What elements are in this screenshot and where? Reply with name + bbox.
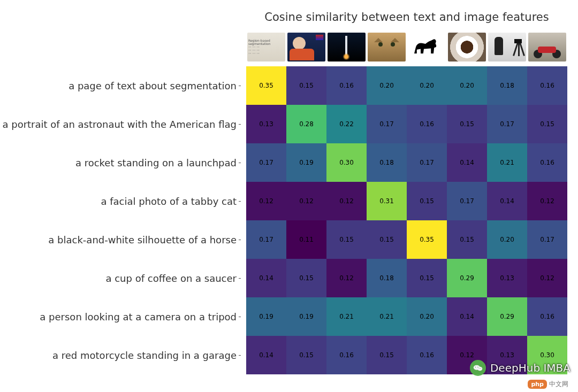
heatmap-cell: 0.19	[246, 297, 286, 336]
heatmap-cell: 0.13	[487, 259, 527, 297]
heatmap-cell: 0.29	[447, 259, 487, 297]
heatmap-cell: 0.15	[407, 259, 447, 297]
heatmap-cell: 0.22	[326, 105, 367, 143]
x-image-astronaut	[286, 32, 326, 62]
heatmap-cell: 0.15	[286, 336, 326, 374]
heatmap-cell: 0.12	[527, 259, 567, 297]
heatmap-cell: 0.35	[246, 66, 286, 105]
wechat-icon	[470, 360, 486, 376]
heatmap-cell: 0.14	[487, 182, 527, 220]
y-tick-label: a portrait of an astronaut with the Amer…	[2, 119, 237, 130]
heatmap-cell: 0.15	[367, 220, 407, 259]
svg-point-3	[477, 367, 478, 368]
x-image-coffee	[447, 32, 487, 62]
heatmap-cell: 0.16	[527, 66, 567, 105]
heatmap-cell: 0.16	[407, 336, 447, 374]
heatmap-cell: 0.20	[367, 66, 407, 105]
heatmap-cell: 0.20	[487, 220, 527, 259]
y-tick-label: a black-and-white silhouette of a horse	[48, 234, 237, 245]
heatmap-cell: 0.14	[246, 336, 286, 374]
heatmap-cell: 0.14	[447, 297, 487, 336]
heatmap-cell: 0.12	[527, 182, 567, 220]
heatmap-cell: 0.15	[367, 336, 407, 374]
heatmap-cell: 0.20	[447, 66, 487, 105]
heatmap-cell: 0.14	[447, 143, 487, 182]
x-image-rocket	[326, 32, 367, 62]
heatmap-cell: 0.11	[286, 220, 326, 259]
x-image-text-page: Region-based segmentation··· ··· ······ …	[246, 32, 286, 62]
svg-point-4	[479, 368, 480, 368]
heatmap-cell: 0.17	[527, 220, 567, 259]
horse-silhouette-icon	[411, 36, 443, 58]
y-tick-label: a cup of coffee on a saucer	[105, 273, 237, 284]
x-image-cat	[367, 32, 407, 62]
heatmap-cell: 0.21	[367, 297, 407, 336]
heatmap-cell: 0.12	[326, 259, 367, 297]
heatmap-cell: 0.19	[286, 143, 326, 182]
svg-point-5	[481, 368, 481, 368]
php-pill: php	[528, 380, 547, 389]
heatmap-cell: 0.21	[487, 143, 527, 182]
heatmap-cell: 0.15	[447, 220, 487, 259]
heatmap-cell: 0.15	[407, 182, 447, 220]
chart-title: Cosine similarity between text and image…	[246, 11, 567, 24]
heatmap-grid: 0.350.150.160.200.200.200.180.160.130.28…	[246, 66, 567, 374]
heatmap-cell: 0.30	[326, 143, 367, 182]
heatmap-cell: 0.12	[326, 182, 367, 220]
heatmap-cell: 0.16	[326, 336, 367, 374]
heatmap-cell: 0.15	[326, 220, 367, 259]
x-image-person-camera	[487, 32, 527, 62]
heatmap-cell: 0.17	[407, 143, 447, 182]
heatmap-cell: 0.28	[286, 105, 326, 143]
heatmap-cell: 0.17	[246, 220, 286, 259]
x-axis-images: Region-based segmentation··· ··· ······ …	[246, 32, 567, 64]
heatmap-cell: 0.21	[326, 297, 367, 336]
watermark-wechat: DeepHub IMBA	[470, 360, 571, 376]
heatmap-cell: 0.31	[367, 182, 407, 220]
heatmap-cell: 0.19	[286, 297, 326, 336]
heatmap-cell: 0.16	[527, 297, 567, 336]
y-tick-label: a page of text about segmentation	[69, 80, 237, 91]
heatmap-cell: 0.12	[286, 182, 326, 220]
heatmap-cell: 0.35	[407, 220, 447, 259]
heatmap-cell: 0.15	[447, 105, 487, 143]
heatmap-cell: 0.12	[246, 182, 286, 220]
x-image-motorcycle	[527, 32, 567, 62]
heatmap-cell: 0.17	[447, 182, 487, 220]
heatmap-cell: 0.17	[246, 143, 286, 182]
heatmap-figure: Cosine similarity between text and image…	[0, 0, 578, 392]
heatmap-cell: 0.15	[527, 105, 567, 143]
heatmap-cell: 0.13	[246, 105, 286, 143]
svg-point-2	[475, 367, 476, 368]
heatmap-cell: 0.16	[527, 143, 567, 182]
heatmap-cell: 0.18	[487, 66, 527, 105]
y-tick-label: a facial photo of a tabby cat	[101, 196, 237, 207]
y-tick-label: a red motorcycle standing in a garage	[52, 350, 237, 361]
heatmap-cell: 0.15	[286, 259, 326, 297]
heatmap-cell: 0.20	[407, 66, 447, 105]
heatmap-cell: 0.18	[367, 143, 407, 182]
heatmap-cell: 0.18	[367, 259, 407, 297]
y-axis-labels: a page of text about segmentation a port…	[0, 66, 244, 374]
php-cn-text: 中文网	[549, 380, 568, 389]
heatmap-cell: 0.20	[407, 297, 447, 336]
heatmap-cell: 0.15	[286, 66, 326, 105]
watermark-php: php 中文网	[528, 380, 568, 389]
x-image-horse	[407, 32, 447, 62]
heatmap-cell: 0.29	[487, 297, 527, 336]
heatmap-cell: 0.17	[487, 105, 527, 143]
heatmap-cell: 0.16	[326, 66, 367, 105]
y-tick-label: a rocket standing on a launchpad	[75, 157, 237, 168]
heatmap-cell: 0.14	[246, 259, 286, 297]
plot-area: Region-based segmentation··· ··· ······ …	[246, 32, 567, 374]
watermark-text: DeepHub IMBA	[490, 362, 571, 374]
heatmap-cell: 0.17	[367, 105, 407, 143]
heatmap-cell: 0.16	[407, 105, 447, 143]
y-tick-label: a person looking at a camera on a tripod	[40, 311, 237, 322]
